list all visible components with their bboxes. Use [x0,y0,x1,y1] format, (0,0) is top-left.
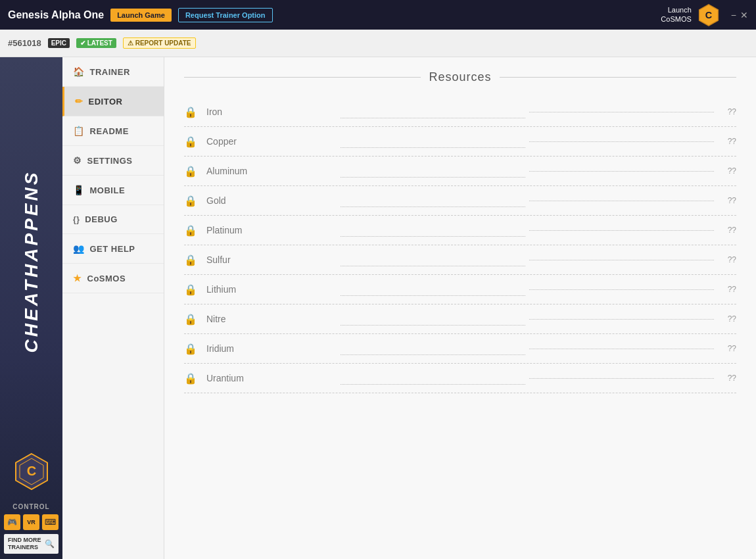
lock-icon: 🔒 [184,254,197,266]
sidebar-item-settings[interactable]: ⚙ SETTINGS [62,146,164,176]
control-icons: 🎮 VR ⌨ [4,514,59,530]
resource-input-area [341,312,715,326]
resource-value: ?? [723,137,736,146]
list-item: 🔒 Lithium ?? [184,275,736,304]
resource-name: Nitre [206,314,331,324]
list-item: 🔒 Iridium ?? [184,334,736,364]
svg-text:C: C [705,10,712,20]
resource-value: ?? [723,374,736,383]
vr-icon[interactable]: VR [23,514,39,530]
control-section: CONTROL 🎮 VR ⌨ FIND MORETRAINERS 🔍 [0,498,62,559]
resource-input-area [341,194,715,207]
lock-icon: 🔒 [184,224,197,237]
svg-text:C: C [26,464,35,478]
title-bar: Genesis Alpha One Launch Game Request Tr… [0,0,756,30]
readme-icon: 📋 [73,126,85,136]
sidebar-item-mobile[interactable]: 📱 MOBILE [62,176,164,205]
resource-input[interactable] [341,194,525,207]
sidebar-item-trainer[interactable]: 🏠 TRAINER [62,57,164,87]
main-content: Resources 🔒 Iron ?? 🔒 Copper ?? 🔒 Alumin… [164,57,756,559]
build-id: #561018 [8,38,41,48]
resource-value: ?? [723,107,736,116]
close-button[interactable]: ✕ [740,11,748,20]
search-icon: 🔍 [45,539,55,548]
nav-panel: 🏠 TRAINER ✏ EDITOR 📋 README ⚙ SETTINGS 📱… [62,57,164,559]
sidebar-logo-icon: C [12,452,51,491]
sidebar-item-cosmos-label: CoSMOS [87,274,126,283]
sidebar-item-mobile-label: MOBILE [90,185,126,195]
launch-cosmos-label: LaunchCoSMOS [661,6,691,23]
sidebar-item-settings-label: SETTINGS [87,156,133,166]
lock-icon: 🔒 [184,343,197,355]
resource-input[interactable] [341,135,525,148]
launch-game-button[interactable]: Launch Game [110,9,172,22]
resource-value: ?? [723,226,736,235]
resource-input-area [341,283,715,296]
resource-name: Gold [206,195,331,206]
resources-list: 🔒 Iron ?? 🔒 Copper ?? 🔒 Aluminum ?? [184,97,736,393]
mobile-icon: 📱 [73,185,85,195]
sidebar-item-gethelp[interactable]: 👥 GET HELP [62,234,164,264]
lock-icon: 🔒 [184,313,197,326]
resource-input[interactable] [341,283,525,296]
list-item: 🔒 Platinum ?? [184,216,736,245]
resource-input[interactable] [341,224,525,237]
control-label: CONTROL [4,503,59,510]
section-line-left [184,77,421,78]
list-item: 🔒 Urantium ?? [184,364,736,393]
resource-input-area [341,105,715,118]
list-item: 🔒 Sulfur ?? [184,245,736,275]
resource-input-area [341,342,715,355]
title-bar-right: LaunchCoSMOS C − ✕ [661,3,748,27]
find-trainers-text: FIND MORETRAINERS [8,537,41,551]
title-bar-left: Genesis Alpha One Launch Game Request Tr… [8,8,273,22]
sidebar-item-editor-label: EDITOR [89,97,123,107]
section-title: Resources [429,70,491,84]
resource-input[interactable] [341,164,525,178]
cosmos-nav-icon: ★ [73,273,82,283]
resource-name: Aluminum [206,166,331,176]
resource-input[interactable] [341,312,525,326]
section-header: Resources [184,70,736,84]
minimize-button[interactable]: − [731,11,736,20]
epic-badge: EPIC [48,38,70,48]
lock-icon: 🔒 [184,106,197,118]
resource-input-area [341,224,715,237]
settings-icon: ⚙ [73,155,82,166]
cosmos-hex-icon[interactable]: C [697,3,721,27]
sidebar-item-gethelp-label: GET HELP [90,244,135,254]
sidebar-item-cosmos[interactable]: ★ CoSMOS [62,264,164,293]
resource-name: Iridium [206,343,331,354]
lock-icon: 🔒 [184,195,197,207]
resource-input-area [341,253,715,266]
resource-input[interactable] [341,342,525,355]
resource-input-area [341,135,715,148]
resource-input[interactable] [341,105,525,118]
resource-input-area [341,164,715,178]
resource-name: Urantium [206,373,331,383]
sidebar: CHEATHAPPENS C CONTROL 🎮 VR ⌨ FIND MORET… [0,57,62,559]
lock-icon: 🔒 [184,135,197,148]
sidebar-item-editor[interactable]: ✏ EDITOR [62,87,164,116]
app-title: Genesis Alpha One [8,9,104,21]
list-item: 🔒 Iron ?? [184,97,736,127]
resource-value: ?? [723,344,736,353]
lock-icon: 🔒 [184,165,197,178]
sidebar-brand-text: CHEATHAPPENS [21,70,42,452]
resource-input[interactable] [341,253,525,266]
gamepad-icon[interactable]: 🎮 [4,514,20,530]
debug-icon: {} [73,215,80,224]
list-item: 🔒 Nitre ?? [184,304,736,334]
resource-name: Sulfur [206,255,331,265]
resource-input-area [341,372,715,385]
keyboard-icon[interactable]: ⌨ [42,514,59,530]
find-more-trainers-button[interactable]: FIND MORETRAINERS 🔍 [4,534,59,554]
resource-value: ?? [723,196,736,205]
lock-icon: 🔒 [184,372,197,385]
sidebar-item-debug[interactable]: {} DEBUG [62,205,164,234]
report-update-badge[interactable]: ⚠ REPORT UPDATE [123,37,196,49]
sub-header: #561018 EPIC ✔ LATEST ⚠ REPORT UPDATE [0,30,756,57]
request-trainer-button[interactable]: Request Trainer Option [178,8,273,22]
resource-input[interactable] [341,372,525,385]
sidebar-item-readme[interactable]: 📋 README [62,116,164,146]
